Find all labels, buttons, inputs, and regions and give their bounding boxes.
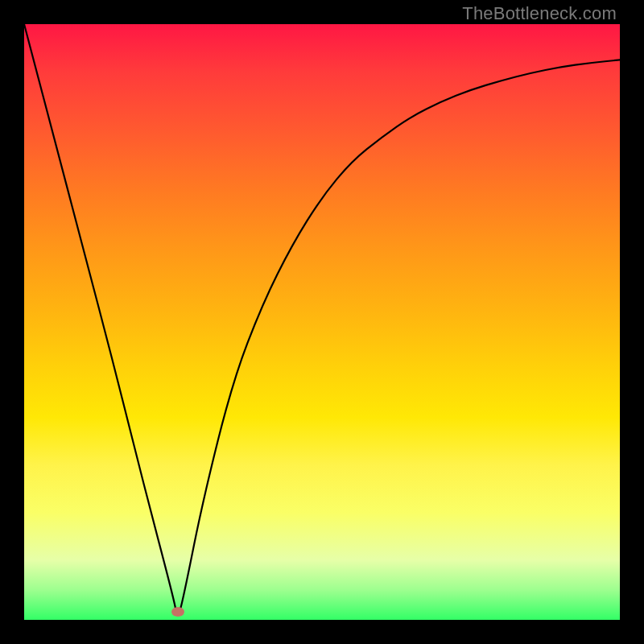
chart-frame: TheBottleneck.com (0, 0, 644, 644)
watermark-text: TheBottleneck.com (462, 3, 617, 24)
min-point-marker (171, 607, 184, 617)
chart-curve (24, 24, 620, 620)
plot-area (24, 24, 620, 620)
